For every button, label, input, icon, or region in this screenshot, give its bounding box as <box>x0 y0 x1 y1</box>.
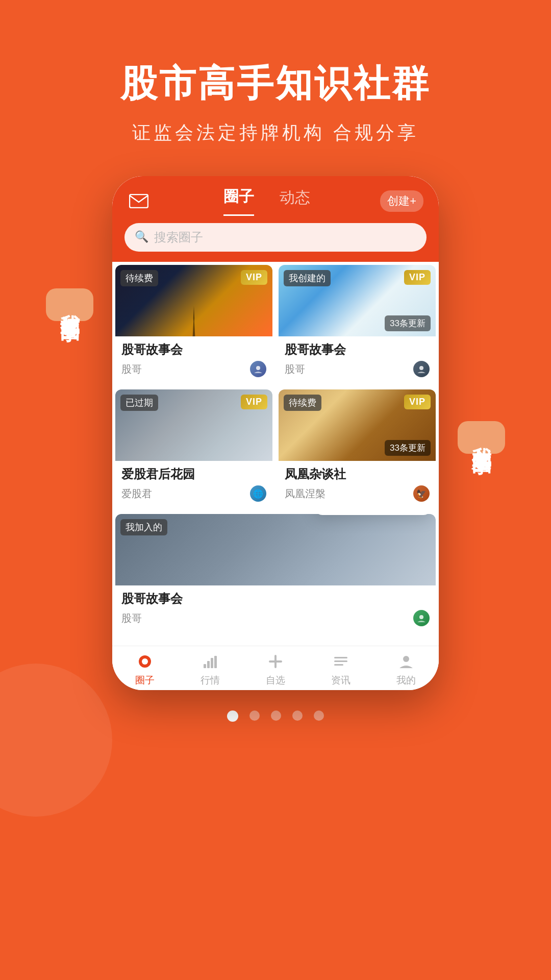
page-indicators <box>0 690 551 747</box>
card-image: 已过期 VIP <box>115 389 272 461</box>
nav-zixun-label: 资讯 <box>331 674 350 687</box>
card-author: 股哥 <box>285 362 305 376</box>
card-author: 股哥 <box>121 362 142 376</box>
svg-point-15 <box>403 656 409 662</box>
nav-zixun-icon <box>331 651 351 672</box>
card-badge-pending2: 待续费 <box>284 395 321 411</box>
svg-point-5 <box>142 658 148 665</box>
nav-zixuan-icon <box>265 651 286 672</box>
app-topbar: 圈子 动态 创建+ <box>112 176 439 216</box>
card-vip: VIP <box>404 270 431 285</box>
card-image: 待续费 VIP 33条更新 <box>279 389 436 461</box>
card-avatar <box>250 361 266 377</box>
card-info: 爱股君后花园 爱股君 🌐 <box>115 461 272 508</box>
nav-hangqing-label: 行情 <box>201 674 220 687</box>
card-author-row: 股哥 <box>285 361 430 377</box>
card-author: 凤凰涅槃 <box>285 487 325 501</box>
card-item[interactable]: 已过期 VIP 爱股君后花园 爱股君 🌐 <box>115 389 272 508</box>
card-author: 股哥 <box>121 611 142 625</box>
card-author-row: 爱股君 🌐 <box>121 485 266 502</box>
phone-screen: 圈子 动态 创建+ 🔍 搜索圈子 待续费 VIP <box>112 176 439 690</box>
hero-section: 股市高手知识社群 证监会法定持牌机构 合规分享 <box>0 0 551 176</box>
phone-frame: 圈子 动态 创建+ 🔍 搜索圈子 待续费 VIP <box>112 176 439 690</box>
svg-rect-9 <box>214 656 217 668</box>
search-icon: 🔍 <box>135 230 149 244</box>
card-info: 股哥故事会 股哥 <box>115 336 272 383</box>
card-name: 股哥故事会 <box>121 591 430 607</box>
card-name: 股哥故事会 <box>121 341 266 358</box>
card-avatar <box>413 610 430 626</box>
card-item-fullwidth[interactable]: 我加入的 股哥故事会 股哥 × 创建专属圈 <box>115 514 436 632</box>
nav-hangqing[interactable]: 行情 <box>178 651 243 687</box>
page-dot-5[interactable] <box>314 710 324 721</box>
card-vip: VIP <box>241 395 267 409</box>
float-label-right: 我创建的圈子 <box>458 421 505 454</box>
hero-subtitle: 证监会法定持牌机构 合规分享 <box>0 120 551 145</box>
search-bar-wrap: 🔍 搜索圈子 <box>112 216 439 262</box>
svg-rect-7 <box>207 661 210 668</box>
page-dot-1[interactable] <box>227 710 238 722</box>
card-item[interactable]: 我创建的 VIP 33条更新 股哥故事会 股哥 <box>279 265 436 383</box>
svg-rect-11 <box>269 660 282 663</box>
search-placeholder: 搜索圈子 <box>154 229 203 246</box>
float-label-left: 我订阅的圈子 <box>46 288 93 321</box>
card-vip: VIP <box>404 395 431 409</box>
card-avatar <box>413 361 430 377</box>
bottom-nav: 圈子 行情 <box>112 646 439 690</box>
card-author-row: 股哥 <box>121 610 430 626</box>
card-image: 我创建的 VIP 33条更新 <box>279 265 436 336</box>
card-badge-pending: 待续费 <box>120 270 158 286</box>
svg-rect-6 <box>204 664 206 668</box>
nav-hangqing-icon <box>200 651 220 672</box>
nav-wode-icon <box>396 651 416 672</box>
svg-rect-8 <box>211 658 213 668</box>
nav-quanzi-label: 圈子 <box>135 674 155 687</box>
card-image: 待续费 VIP <box>115 265 272 336</box>
hero-title: 股市高手知识社群 <box>0 61 551 105</box>
card-vip: VIP <box>241 270 267 285</box>
card-author-row: 凤凰涅槃 🦅 <box>285 485 430 502</box>
nav-quanzi-icon <box>135 651 155 672</box>
tab-dongtai[interactable]: 动态 <box>280 187 310 215</box>
svg-rect-14 <box>334 664 343 666</box>
card-update: 33条更新 <box>385 315 431 331</box>
card-info: 凤凰杂谈社 凤凰涅槃 🦅 <box>279 461 436 508</box>
card-update: 33条更新 <box>385 440 431 456</box>
card-author-row: 股哥 <box>121 361 266 377</box>
card-info: 股哥故事会 股哥 <box>279 336 436 383</box>
nav-quanzi[interactable]: 圈子 <box>112 651 178 687</box>
page-dot-2[interactable] <box>249 710 260 721</box>
card-name: 爱股君后花园 <box>121 466 266 482</box>
cards-grid: 待续费 VIP 股哥故事会 股哥 <box>112 262 439 635</box>
nav-zixuan-label: 自选 <box>266 674 285 687</box>
search-bar[interactable]: 🔍 搜索圈子 <box>124 223 427 252</box>
create-button[interactable]: 创建+ <box>380 190 423 212</box>
card-item[interactable]: 待续费 VIP 33条更新 凤凰杂谈社 凤凰涅槃 🦅 <box>279 389 436 508</box>
card-name: 凤凰杂谈社 <box>285 466 430 482</box>
card-badge-created: 我创建的 <box>284 270 331 286</box>
svg-point-1 <box>256 366 260 370</box>
card-image: 我加入的 <box>115 514 436 585</box>
mail-button[interactable] <box>128 192 153 210</box>
topbar-tabs: 圈子 动态 <box>223 186 310 216</box>
page-dot-4[interactable] <box>292 710 303 721</box>
card-author: 爱股君 <box>121 487 152 501</box>
nav-zixuan[interactable]: 自选 <box>243 651 308 687</box>
tab-quanzi[interactable]: 圈子 <box>223 186 254 216</box>
mail-icon <box>128 192 150 210</box>
nav-wode[interactable]: 我的 <box>373 651 439 687</box>
card-avatar: 🌐 <box>250 485 266 502</box>
nav-wode-label: 我的 <box>396 674 416 687</box>
card-info: 股哥故事会 股哥 <box>115 585 436 632</box>
svg-rect-13 <box>334 660 347 662</box>
nav-zixun[interactable]: 资讯 <box>308 651 373 687</box>
svg-point-2 <box>419 366 423 370</box>
card-name: 股哥故事会 <box>285 341 430 358</box>
svg-rect-0 <box>130 194 148 208</box>
card-item[interactable]: 待续费 VIP 股哥故事会 股哥 <box>115 265 272 383</box>
svg-point-3 <box>419 615 423 619</box>
svg-rect-12 <box>334 657 347 658</box>
phone-mockup: 我订阅的圈子 我创建的圈子 圈子 动态 <box>112 176 439 690</box>
spacer <box>112 635 439 646</box>
page-dot-3[interactable] <box>271 710 281 721</box>
